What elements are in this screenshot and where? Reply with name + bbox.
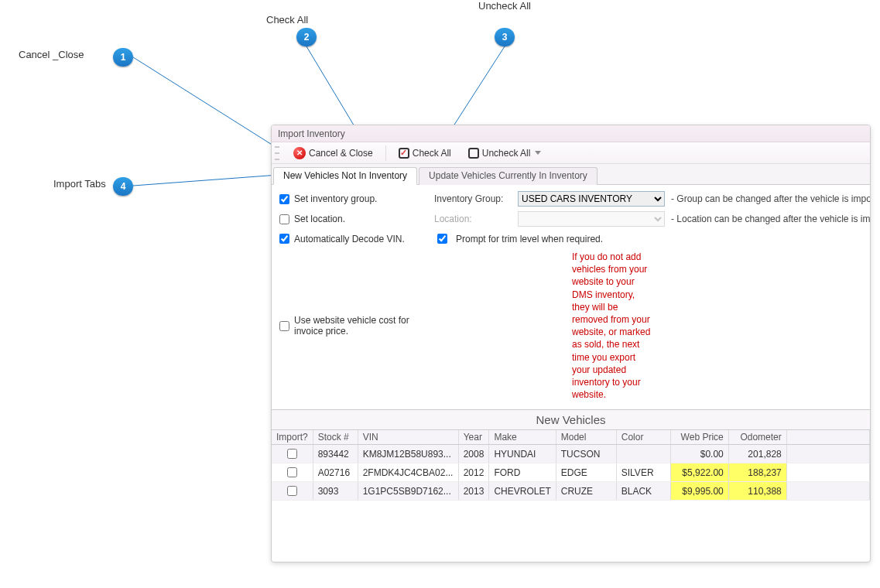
model-cell: CRUZE <box>556 482 616 501</box>
set-location-check-row: Set location. <box>279 214 434 224</box>
make-cell: HYUNDAI <box>489 445 556 463</box>
uncheck-all-label: Uncheck All <box>482 148 531 159</box>
window-title: Import Inventory <box>278 128 345 139</box>
cancel-close-label: Cancel & Close <box>309 148 373 159</box>
annotation-label-3: Uncheck All <box>478 0 531 12</box>
vin-cell: 1G1PC5SB9D7162... <box>358 482 458 501</box>
odometer-cell: 188,237 <box>728 463 786 482</box>
set-location-checkbox[interactable] <box>279 214 289 224</box>
table-row[interactable]: 30931G1PC5SB9D7162...2013CHEVROLETCRUZEB… <box>272 482 870 501</box>
toolbar: Cancel & Close Check All Uncheck All <box>272 142 870 164</box>
table-row[interactable]: 893442KM8JM12B58U893...2008HYUNDAITUCSON… <box>272 445 870 463</box>
model-cell: EDGE <box>556 463 616 482</box>
vehicle-table: Import? Stock # VIN Year Make Model Colo… <box>272 430 870 501</box>
prompt-trim-label: Prompt for trim level when required. <box>456 234 603 244</box>
location-field-row: Location: - Location can be changed afte… <box>434 211 871 227</box>
annotation-label-4: Import Tabs <box>53 178 106 190</box>
set-inventory-group-check-row: Set inventory group. <box>279 193 434 204</box>
col-header-rest <box>786 430 869 445</box>
annotation-badge-3: 3 <box>495 28 515 46</box>
import-checkbox[interactable] <box>287 486 297 496</box>
col-header-price[interactable]: Web Price <box>670 430 728 445</box>
year-cell: 2013 <box>458 482 489 501</box>
import-checkbox[interactable] <box>287 467 297 477</box>
inventory-group-hint: - Group can be changed after the vehicle… <box>671 193 871 204</box>
chevron-down-icon <box>535 151 541 155</box>
color-cell: BLACK <box>616 482 670 501</box>
use-website-cost-label: Use website vehicle cost for invoice pri… <box>294 315 434 337</box>
svg-line-0 <box>133 57 288 155</box>
auto-decode-checkbox[interactable] <box>279 234 289 244</box>
table-title: New Vehicles <box>272 409 870 430</box>
cancel-close-button[interactable]: Cancel & Close <box>289 145 378 161</box>
import-cell <box>272 482 313 501</box>
stock-cell: A02716 <box>313 463 358 482</box>
annotation-badge-2: 2 <box>296 28 317 46</box>
auto-decode-label: Automatically Decode VIN. <box>294 234 405 244</box>
stock-cell: 893442 <box>313 445 358 463</box>
check-all-button[interactable]: Check All <box>394 146 456 160</box>
options-panel: Set inventory group. Inventory Group: US… <box>272 185 870 409</box>
import-inventory-window: Import Inventory Cancel & Close Check Al… <box>271 125 871 562</box>
set-inventory-group-label: Set inventory group. <box>294 193 377 204</box>
auto-decode-check-row: Automatically Decode VIN. <box>279 234 434 244</box>
set-inventory-group-checkbox[interactable] <box>279 194 289 204</box>
odometer-cell: 201,828 <box>728 445 786 463</box>
inventory-group-field-label: Inventory Group: <box>434 193 512 204</box>
annotation-badge-4: 4 <box>113 177 133 196</box>
col-header-odo[interactable]: Odometer <box>728 430 786 445</box>
color-cell <box>616 445 670 463</box>
rest-cell <box>786 463 869 482</box>
tabstrip: New Vehicles Not In Inventory Update Veh… <box>272 164 870 185</box>
warning-text: If you do not add vehicles from your web… <box>434 251 651 401</box>
annotation-badge-1: 1 <box>113 48 133 67</box>
vin-cell: KM8JM12B58U893... <box>358 445 458 463</box>
prompt-trim-row: Prompt for trim level when required. <box>434 231 871 246</box>
inventory-group-field-row: Inventory Group: USED CARS INVENTORY - G… <box>434 191 871 207</box>
make-cell: FORD <box>489 463 556 482</box>
color-cell: SILVER <box>616 463 670 482</box>
use-website-cost-checkbox[interactable] <box>279 321 289 331</box>
price-cell: $0.00 <box>670 445 728 463</box>
price-cell: $5,922.00 <box>670 463 728 482</box>
toolbar-grip <box>275 146 279 160</box>
col-header-stock[interactable]: Stock # <box>313 430 358 445</box>
vin-cell: 2FMDK4JC4CBA02... <box>358 463 458 482</box>
use-website-cost-check-row: Use website vehicle cost for invoice pri… <box>279 315 434 337</box>
check-all-label: Check All <box>413 148 451 159</box>
uncheck-all-button[interactable]: Uncheck All <box>464 146 546 160</box>
make-cell: CHEVROLET <box>489 482 556 501</box>
col-header-color[interactable]: Color <box>616 430 670 445</box>
tab-new-vehicles[interactable]: New Vehicles Not In Inventory <box>273 167 417 185</box>
model-cell: TUCSON <box>556 445 616 463</box>
tab-update-vehicles[interactable]: Update Vehicles Currently In Inventory <box>419 167 598 185</box>
set-location-label: Set location. <box>294 214 345 224</box>
check-all-icon <box>399 148 409 159</box>
year-cell: 2008 <box>458 445 489 463</box>
col-header-make[interactable]: Make <box>489 430 556 445</box>
location-field-label: Location: <box>434 214 512 224</box>
table-row[interactable]: A027162FMDK4JC4CBA02...2012FORDEDGESILVE… <box>272 463 870 482</box>
rest-cell <box>786 482 869 501</box>
location-combo <box>518 211 665 227</box>
odometer-cell: 110,388 <box>728 482 786 501</box>
inventory-group-combo[interactable]: USED CARS INVENTORY <box>518 191 665 207</box>
toolbar-separator <box>385 145 386 161</box>
vehicle-grid[interactable]: Import? Stock # VIN Year Make Model Colo… <box>272 430 870 562</box>
col-header-year[interactable]: Year <box>458 430 489 445</box>
col-header-model[interactable]: Model <box>556 430 616 445</box>
year-cell: 2012 <box>458 463 489 482</box>
col-header-vin[interactable]: VIN <box>358 430 458 445</box>
import-cell <box>272 463 313 482</box>
cancel-icon <box>293 147 306 159</box>
import-cell <box>272 445 313 463</box>
location-hint: - Location can be changed after the vehi… <box>671 214 871 224</box>
prompt-trim-checkbox[interactable] <box>437 234 447 244</box>
stock-cell: 3093 <box>313 482 358 501</box>
annotation-label-1: Cancel _Close <box>19 49 84 60</box>
rest-cell <box>786 445 869 463</box>
import-checkbox[interactable] <box>287 449 297 459</box>
price-cell: $9,995.00 <box>670 482 728 501</box>
uncheck-all-icon <box>468 148 479 159</box>
col-header-import[interactable]: Import? <box>272 430 313 445</box>
